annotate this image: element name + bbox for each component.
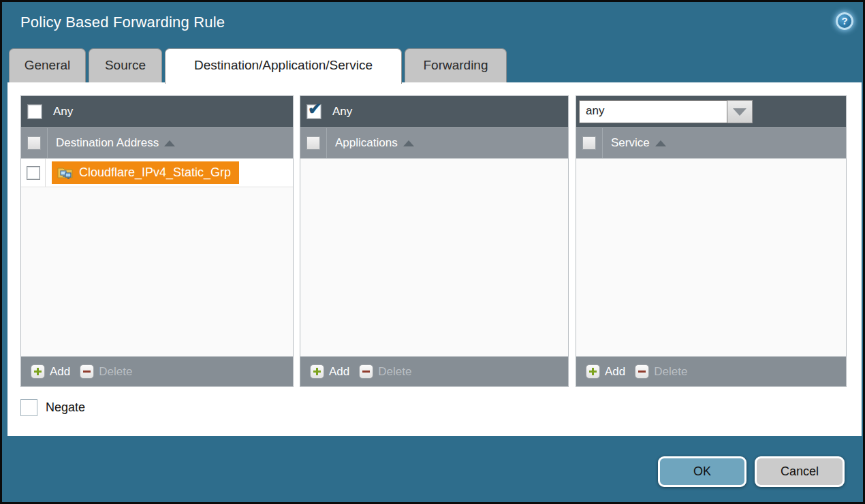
applications-footer-bar: Add Delete [300,357,568,386]
add-button-label: Add [329,365,349,379]
applications-any-checkbox[interactable] [306,104,321,119]
service-add-button[interactable]: Add [586,364,625,379]
add-button-label: Add [605,365,625,379]
applications-column-header[interactable]: Applications [300,127,568,158]
applications-select-all-checkbox[interactable] [306,136,320,150]
applications-delete-button[interactable]: Delete [359,364,411,379]
policy-based-forwarding-dialog: Policy Based Forwarding Rule ? General S… [0,0,865,504]
tab-destination-application-service[interactable]: Destination/Application/Service [165,48,402,84]
negate-label: Negate [46,400,85,415]
minus-icon [359,364,373,379]
add-button-label: Add [50,365,70,379]
plus-icon [31,364,45,379]
destination-any-bar: Any [21,96,293,127]
destination-any-checkbox[interactable] [27,104,42,119]
service-header-label: Service [611,136,650,150]
address-group-icon [57,166,74,179]
destination-delete-button[interactable]: Delete [80,364,132,379]
minus-icon [635,364,649,379]
destination-select-all-checkbox[interactable] [27,136,41,150]
tab-forwarding[interactable]: Forwarding [405,48,507,82]
applications-add-button[interactable]: Add [310,364,349,379]
minus-icon [80,364,94,379]
service-panel: any Service Add D [576,95,847,387]
applications-header-label: Applications [335,136,398,150]
delete-button-label: Delete [378,365,411,379]
service-any-bar: any [576,96,846,127]
row-checkbox[interactable] [27,166,40,180]
destination-header-label: Destination Address [56,136,159,150]
address-group-entry[interactable]: Cloudflare_IPv4_Static_Grp [52,161,239,184]
delete-button-label: Delete [654,365,687,379]
address-group-name: Cloudflare_IPv4_Static_Grp [79,166,231,180]
destination-list: Cloudflare_IPv4_Static_Grp [21,158,293,357]
sort-asc-icon [164,140,175,146]
plus-icon [310,364,324,379]
service-footer-bar: Add Delete [576,357,846,386]
applications-panel: Any Applications Add Delete [300,95,569,387]
tab-source[interactable]: Source [89,48,162,82]
service-select-all-checkbox[interactable] [582,136,596,150]
dialog-title: Policy Based Forwarding Rule [20,14,225,31]
sort-asc-icon [655,140,666,146]
negate-row: Negate [20,399,85,416]
service-column-header[interactable]: Service [576,127,846,158]
applications-any-bar: Any [300,96,568,127]
applications-any-label: Any [332,105,352,119]
service-mode-dropdown[interactable]: any [579,100,753,123]
destination-column-header[interactable]: Destination Address [21,127,293,158]
row-checkbox-cell [21,159,46,187]
sort-asc-icon [403,140,414,146]
service-mode-value[interactable]: any [579,100,727,123]
ok-button[interactable]: OK [658,456,746,487]
cancel-button[interactable]: Cancel [755,456,845,487]
negate-checkbox[interactable] [20,399,37,416]
dropdown-button[interactable] [727,100,753,123]
tab-general[interactable]: General [9,48,86,82]
divider [47,128,48,159]
plus-icon [586,364,600,379]
service-delete-button[interactable]: Delete [635,364,687,379]
applications-list [300,158,568,357]
divider [602,128,603,159]
table-row: Cloudflare_IPv4_Static_Grp [21,159,293,187]
help-icon[interactable]: ? [836,12,853,30]
tab-content-panel: Any Destination Address [7,82,862,436]
destination-add-button[interactable]: Add [31,364,70,379]
destination-address-panel: Any Destination Address [20,95,294,387]
divider [326,128,327,159]
destination-any-label: Any [53,105,73,119]
service-list [576,158,846,357]
chevron-down-icon [733,108,746,116]
destination-footer-bar: Add Delete [21,357,293,386]
delete-button-label: Delete [99,365,132,379]
